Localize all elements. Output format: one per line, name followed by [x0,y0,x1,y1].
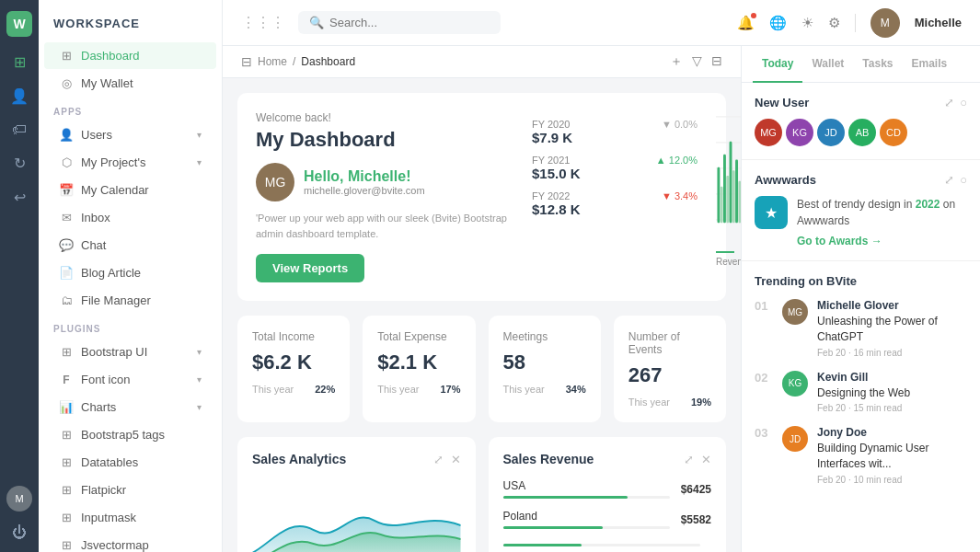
stat-percent: 22% [315,384,335,395]
sidebar-item-jsvectormap[interactable]: ⊞ Jsvectormap [44,532,216,552]
card-title: Sales Analytics [252,452,346,466]
tab-tasks[interactable]: Tasks [853,46,902,83]
user-avatar-1: MG [755,119,782,146]
sidebar-item-chat[interactable]: 💬 Chat [44,232,216,259]
bs5tags-icon: ⊞ [59,428,74,442]
bell-icon[interactable]: 🔔 [737,15,755,31]
fonticon-icon: F [59,374,74,386]
icon-undo[interactable]: ↩ [14,189,26,206]
new-user-avatars: MG KG JD AB CD [755,119,967,146]
expand-icon[interactable]: ⤢ [944,96,954,109]
sidebar-item-label: Flatpickr [81,483,126,497]
breadcrumb-actions: ＋ ▽ ⊟ [670,53,722,70]
settings-icon[interactable]: ⚙ [828,15,840,31]
bottom-row: Sales Analytics ⤢ ✕ [237,437,726,552]
trending-article[interactable]: Designing the Web [817,385,967,401]
panel-section-header: New User ⤢ ○ [755,96,967,109]
tab-today[interactable]: Today [753,46,802,83]
search-box: 🔍 [298,11,501,34]
arrow-icon: ▾ [197,157,202,167]
fy2021-value: $15.0 K [532,166,698,181]
chat-icon: 💬 [59,238,74,252]
power-icon[interactable]: ⏻ [12,524,27,541]
sidebar-item-bootstrap[interactable]: ⊞ Bootstrap UI ▾ [44,339,216,365]
fy2020-change: ▼ 0.0% [662,119,698,130]
sidebar-item-charts[interactable]: 📊 Charts ▾ [44,394,216,420]
sidebar-item-users[interactable]: 👤 Users ▾ [44,121,216,148]
stat-footer: This year 22% [252,384,335,395]
sidebar-item-projects[interactable]: ⬡ My Project's ▾ [44,149,216,176]
app-logo[interactable]: W [6,11,32,37]
grid-menu-icon[interactable]: ⋮⋮⋮ [241,14,285,31]
revenue-country-block [503,540,701,546]
svg-rect-7 [723,155,726,224]
calendar-icon: 📅 [59,183,74,197]
file-icon: 🗂 [59,293,74,307]
user-avatar-small[interactable]: M [6,486,32,512]
icon-refresh[interactable]: ↻ [14,155,26,172]
sidebar-item-fonticon[interactable]: F Font icon ▾ [44,366,216,393]
close-icon[interactable]: ○ [960,173,967,187]
breadcrumb-current: Dashboard [301,55,355,68]
icon-bar: W ⊞ 👤 🏷 ↻ ↩ M ⏻ [0,0,39,552]
add-icon[interactable]: ＋ [670,53,683,70]
sidebar-item-inputmask[interactable]: ⊞ Inputmask [44,504,216,531]
expand-icon[interactable]: ⤢ [944,173,954,187]
user-avatar[interactable]: M [870,8,900,38]
trending-avatar-1: MG [782,299,808,325]
layout-toggle-icon[interactable]: ⊟ [711,53,722,70]
sidebar-item-inbox[interactable]: ✉ Inbox [44,204,216,231]
awwwards-content: Best of trendy design in 2022 on Awwward… [797,196,967,247]
user-name[interactable]: Michelle [915,16,962,29]
sidebar-item-datatables[interactable]: ⊞ Datatables [44,449,216,476]
sidebar-item-flatpickr[interactable]: ⊞ Flatpickr [44,477,216,503]
stat-label: Total Expense [377,330,460,343]
expand-icon[interactable]: ⤢ [433,453,444,466]
tab-emails[interactable]: Emails [903,46,957,83]
search-input[interactable] [329,16,477,29]
sidebar-item-calendar[interactable]: 📅 My Calendar [44,177,216,203]
welcome-chart: Revenue Cost [716,111,741,282]
user-greeting-block: Hello, Michelle! michelle.glover@bvite.c… [304,168,425,196]
sidebar-item-label: File Manager [81,293,151,307]
icon-user[interactable]: 👤 [10,87,29,105]
sidebar-item-filemanager[interactable]: 🗂 File Manager [44,287,216,314]
card-title: Sales Revenue [503,452,594,466]
icon-grid[interactable]: ⊞ [14,53,26,71]
close-icon[interactable]: ○ [960,96,967,109]
awwwards-section: Awwwards ⤢ ○ ★ Best of trendy design in … [742,160,980,261]
go-to-awards-link[interactable]: Go to Awards → [797,235,882,247]
filter-icon[interactable]: ▽ [692,53,702,70]
user-avatar-3: JD [817,119,845,146]
tab-wallet[interactable]: Wallet [802,46,853,83]
view-reports-button[interactable]: View Reports [256,254,364,282]
sidebar-item-dashboard[interactable]: ⊞ Dashboard [44,42,216,69]
revenue-bar [503,544,582,546]
sidebar-item-label: Users [81,128,112,142]
expand-icon[interactable]: ⤢ [684,453,694,466]
globe-icon[interactable]: 🌐 [769,15,787,31]
sun-icon[interactable]: ☀ [801,15,813,31]
fy2021-label: FY 2021 [532,155,570,166]
svg-rect-6 [721,187,723,224]
inputmask-icon: ⊞ [59,511,74,524]
close-icon[interactable]: ✕ [701,453,711,466]
trending-content-1: Michelle Glover Unleashing the Power of … [817,299,967,358]
breadcrumb-home[interactable]: Home [258,55,287,68]
flatpickr-icon: ⊞ [59,483,74,497]
trending-meta: Feb 20 · 10 min read [817,475,967,485]
trending-content-3: Jony Doe Building Dynamic User Interface… [817,426,967,485]
awwwards-year: 2022 [916,198,940,211]
trending-num: 01 [755,299,773,313]
stat-value: $6.2 K [252,351,335,374]
sidebar-item-bs5tags[interactable]: ⊞ Bootstrap5 tags [44,421,216,448]
close-icon[interactable]: ✕ [451,453,461,466]
sidebar-item-wallet[interactable]: ◎ My Wallet [44,70,216,97]
icon-tag[interactable]: 🏷 [12,121,27,138]
trending-article[interactable]: Building Dynamic User Interfaces wit... [817,441,967,472]
trending-article[interactable]: Unleashing the Power of ChatGPT [817,314,967,345]
icon-bar-bottom: M ⏻ [6,486,32,552]
stat-card-meetings: Meetings 58 This year 34% [489,316,601,422]
sidebar-item-blog[interactable]: 📄 Blog Article [44,259,216,286]
layout-icon[interactable]: ⊟ [241,54,252,69]
